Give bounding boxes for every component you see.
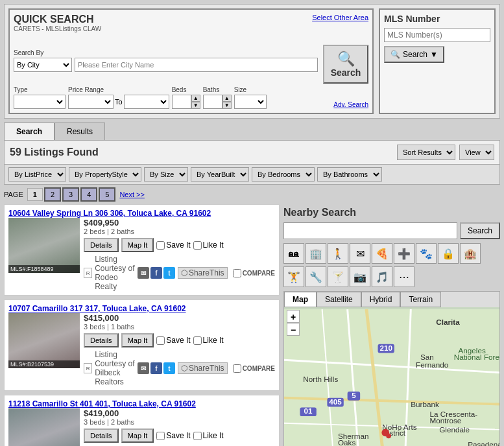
share-button[interactable]: ⬡ ShareThis <box>178 267 228 279</box>
nearby-icon-food[interactable]: 🍕 <box>372 243 392 264</box>
compare-checkbox[interactable] <box>233 269 241 277</box>
price-min-select[interactable] <box>68 95 114 109</box>
nearby-icon-more[interactable]: ⋯ <box>394 266 414 287</box>
filter-size[interactable]: By Size <box>144 167 188 182</box>
map-tab-terrain[interactable]: Terrain <box>400 292 441 307</box>
save-checkbox[interactable] <box>156 432 165 440</box>
price-range-label: Price Range <box>68 86 169 93</box>
svg-text:Montrose: Montrose <box>430 416 462 425</box>
facebook-icon[interactable]: f <box>150 267 162 279</box>
nearby-search-title: Nearby Search <box>283 204 500 218</box>
details-button[interactable]: Details <box>84 238 119 252</box>
map-it-button[interactable]: Map It <box>121 333 154 347</box>
social-icons: ✉ f t <box>138 267 175 279</box>
search-by-select[interactable]: By City By ZIP By Address <box>14 58 72 72</box>
page-3-button[interactable]: 3 <box>62 187 79 202</box>
page-4-button[interactable]: 4 <box>80 187 97 202</box>
like-checkbox[interactable] <box>193 241 202 250</box>
tab-search[interactable]: Search <box>4 123 54 140</box>
view-select[interactable]: View <box>459 145 494 160</box>
zoom-in-button[interactable]: + <box>287 310 300 323</box>
listings-panel: 10604 Valley Spring Ln 306 306, Toluca L… <box>4 204 280 446</box>
filter-bathrooms[interactable]: By Bathrooms <box>317 167 382 182</box>
type-label: Type <box>14 86 66 93</box>
email-icon[interactable]: ✉ <box>138 267 149 279</box>
sort-results-select[interactable]: Sort Results <box>397 145 455 160</box>
map-zoom-controls: + − <box>287 310 300 336</box>
price-max-select[interactable] <box>124 95 169 109</box>
map-it-button[interactable]: Map It <box>121 238 154 252</box>
tab-results[interactable]: Results <box>54 123 105 140</box>
like-checkbox[interactable] <box>193 336 202 345</box>
filter-bedrooms[interactable]: By Bedrooms <box>252 167 315 182</box>
next-page-link[interactable]: Next >> <box>119 191 145 198</box>
share-button[interactable]: ⬡ ShareThis <box>178 362 228 374</box>
details-button[interactable]: Details <box>84 333 119 347</box>
nearby-icon-music[interactable]: 🎵 <box>372 266 392 287</box>
adv-search-link[interactable]: Adv. Search <box>333 101 368 108</box>
save-it-label[interactable]: Save It <box>156 333 190 347</box>
main-search-button[interactable]: 🔍 Search <box>323 45 368 84</box>
like-it-label[interactable]: Like It <box>193 428 224 443</box>
nearby-icon-fitness[interactable]: 🏋 <box>283 266 304 287</box>
filter-year-built[interactable]: By YearBuilt <box>191 167 249 182</box>
save-checkbox[interactable] <box>156 336 165 345</box>
like-checkbox[interactable] <box>193 432 202 440</box>
nearby-icon-tools[interactable]: 🔧 <box>306 266 326 287</box>
compare-label[interactable]: COMPARE <box>233 269 275 277</box>
map-tab-satellite[interactable]: Satellite <box>317 292 361 307</box>
nearby-icon-home[interactable]: 🏘 <box>283 243 304 264</box>
map-tab-map[interactable]: Map <box>284 292 317 307</box>
mls-input[interactable] <box>384 28 490 42</box>
mls-search-button[interactable]: 🔍 Search ▼ <box>384 46 444 63</box>
baths-down-button[interactable]: ▼ <box>222 102 232 109</box>
facebook-icon[interactable]: f <box>150 362 162 374</box>
svg-text:405: 405 <box>329 397 342 406</box>
nearby-icon-mail[interactable]: ✉ <box>350 243 370 264</box>
size-select[interactable] <box>234 95 267 109</box>
twitter-icon[interactable]: t <box>163 362 175 374</box>
like-it-label[interactable]: Like It <box>193 333 224 347</box>
nearby-icon-hotel[interactable]: 🏨 <box>460 243 481 264</box>
listing-address-link[interactable]: 10604 Valley Spring Ln 306 306, Toluca L… <box>8 209 211 218</box>
nearby-icon-camera[interactable]: 📷 <box>350 266 370 287</box>
nearby-icon-bar[interactable]: 🍸 <box>328 266 348 287</box>
filter-property-style[interactable]: By PropertyStyle <box>69 167 141 182</box>
listing-address-link[interactable]: 11218 Camarillo St 401 401, Toluca Lake,… <box>8 399 196 408</box>
beds-up-button[interactable]: ▲ <box>191 95 200 102</box>
save-it-label[interactable]: Save It <box>156 238 190 252</box>
nearby-icon-building[interactable]: 🏢 <box>306 243 326 264</box>
svg-point-28 <box>386 433 391 438</box>
compare-checkbox[interactable] <box>233 364 241 373</box>
listing-address-link[interactable]: 10707 Camarillo 317 317, Toluca Lake, CA… <box>8 304 186 313</box>
like-it-label[interactable]: Like It <box>193 238 224 252</box>
beds-down-button[interactable]: ▼ <box>191 102 200 109</box>
quick-search-panel: QUICK SEARCH CARETS - MLSListings CLAW S… <box>8 8 374 114</box>
nearby-search-input[interactable] <box>283 222 457 239</box>
baths-input[interactable] <box>203 95 222 109</box>
city-input[interactable] <box>75 58 318 72</box>
page-1-button[interactable]: 1 <box>27 188 43 201</box>
nearby-icon-person[interactable]: 🚶 <box>328 243 348 264</box>
save-it-label[interactable]: Save It <box>156 428 190 443</box>
email-icon[interactable]: ✉ <box>138 362 149 374</box>
page-2-button[interactable]: 2 <box>44 187 61 202</box>
nearby-icon-plus[interactable]: ➕ <box>394 243 414 264</box>
select-other-area-link[interactable]: Select Other Area <box>312 14 368 21</box>
nearby-icon-lock[interactable]: 🔒 <box>438 243 459 264</box>
filter-list-price[interactable]: By ListPrice <box>8 167 66 182</box>
type-select[interactable] <box>14 95 66 109</box>
beds-input[interactable] <box>172 95 191 109</box>
save-checkbox[interactable] <box>156 241 165 250</box>
listing-beds: 3 beds | 2 baths <box>84 418 282 426</box>
details-button[interactable]: Details <box>84 428 119 443</box>
page-5-button[interactable]: 5 <box>99 187 115 202</box>
twitter-icon[interactable]: t <box>163 267 175 279</box>
map-tab-hybrid[interactable]: Hybrid <box>361 292 401 307</box>
compare-label[interactable]: COMPARE <box>233 364 275 373</box>
zoom-out-button[interactable]: − <box>287 323 300 336</box>
nearby-icon-pets[interactable]: 🐾 <box>416 243 437 264</box>
nearby-search-button[interactable]: Search <box>460 222 500 239</box>
map-it-button[interactable]: Map It <box>121 428 154 443</box>
baths-up-button[interactable]: ▲ <box>222 95 232 102</box>
